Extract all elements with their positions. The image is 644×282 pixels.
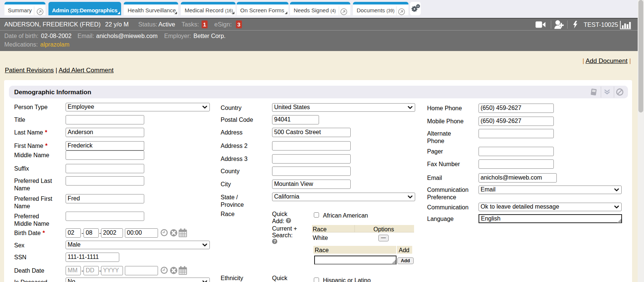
svg-text:?: ? (273, 239, 276, 244)
svg-text:?: ? (287, 218, 290, 222)
